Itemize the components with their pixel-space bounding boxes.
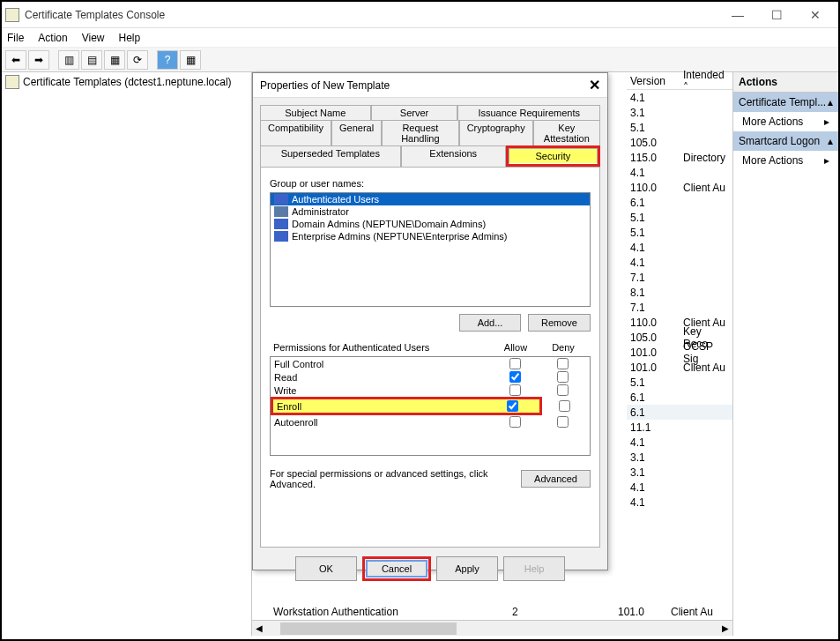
menu-file[interactable]: File bbox=[7, 32, 24, 44]
help-button[interactable]: ? bbox=[157, 50, 178, 70]
forward-button[interactable]: ➡ bbox=[28, 50, 49, 70]
actions-group-templates[interactable]: Certificate Templ...▴ bbox=[733, 93, 838, 112]
table-row[interactable]: 5.1 bbox=[627, 210, 732, 225]
tree-root[interactable]: Certificate Templates (dctest1.neptune.l… bbox=[4, 74, 249, 90]
table-row[interactable]: 6.1 bbox=[627, 390, 732, 405]
more-actions-1[interactable]: More Actions▸ bbox=[733, 112, 838, 131]
table-row[interactable]: 7.1 bbox=[627, 270, 732, 285]
user-list[interactable]: Authenticated Users Administrator Domain… bbox=[270, 192, 591, 307]
table-row[interactable]: 105.0 bbox=[627, 135, 732, 150]
table-row[interactable]: 6.1 bbox=[627, 405, 732, 420]
tab-general[interactable]: General bbox=[331, 120, 382, 145]
tab-request-handling[interactable]: Request Handling bbox=[382, 120, 459, 145]
close-button[interactable]: ✕ bbox=[796, 3, 835, 27]
ok-button[interactable]: OK bbox=[295, 556, 357, 581]
tree-pane: Certificate Templates (dctest1.neptune.l… bbox=[2, 72, 252, 636]
user-enterprise-admins[interactable]: Enterprise Admins (NEPTUNE\Enterprise Ad… bbox=[271, 230, 590, 242]
column-version[interactable]: Version bbox=[627, 75, 680, 87]
allow-enroll[interactable] bbox=[507, 400, 518, 412]
tab-compatibility[interactable]: Compatibility bbox=[260, 120, 331, 145]
row-name[interactable]: Workstation Authentication bbox=[270, 606, 512, 618]
tab-subject-name[interactable]: Subject Name bbox=[260, 105, 371, 120]
deny-autoenroll[interactable] bbox=[557, 416, 569, 428]
table-row[interactable]: 101.0OCSP Sig bbox=[627, 345, 732, 360]
table-row[interactable]: 4.1 bbox=[627, 240, 732, 255]
deny-write[interactable] bbox=[557, 384, 569, 396]
table-row[interactable]: 3.1 bbox=[627, 465, 732, 480]
properties-dialog: Properties of New Template ✕ Subject Nam… bbox=[252, 72, 608, 570]
table-row[interactable]: 4.1 bbox=[627, 165, 732, 180]
table-row[interactable]: 5.1 bbox=[627, 375, 732, 390]
tab-security[interactable]: Security bbox=[509, 148, 598, 164]
deny-enroll[interactable] bbox=[559, 400, 570, 412]
cell-version: 3.1 bbox=[627, 451, 680, 464]
row-num: 2 bbox=[512, 606, 618, 618]
user-authenticated[interactable]: Authenticated Users bbox=[271, 193, 590, 205]
table-row[interactable]: 5.1 bbox=[627, 225, 732, 240]
allow-autoenroll[interactable] bbox=[509, 416, 521, 428]
tab-key-attestation[interactable]: Key Attestation bbox=[533, 120, 600, 145]
help-button[interactable]: Help bbox=[503, 556, 565, 581]
cancel-button[interactable]: Cancel bbox=[366, 560, 427, 578]
table-row[interactable]: 4.1 bbox=[627, 90, 732, 105]
scroll-left-icon[interactable]: ◀ bbox=[252, 623, 266, 633]
cell-version: 5.1 bbox=[627, 212, 680, 224]
menu-view[interactable]: View bbox=[82, 32, 105, 44]
cell-version: 4.1 bbox=[627, 436, 680, 449]
table-row[interactable]: 3.1 bbox=[627, 450, 732, 465]
minimize-button[interactable]: — bbox=[718, 3, 757, 27]
export-button[interactable]: ▦ bbox=[104, 50, 125, 70]
properties-button[interactable]: ▤ bbox=[81, 50, 102, 70]
apply-button[interactable]: Apply bbox=[436, 556, 498, 581]
permissions-table: Full Control Read Write bbox=[270, 356, 591, 456]
add-button[interactable]: Add... bbox=[459, 314, 521, 332]
table-row[interactable]: 4.1 bbox=[627, 495, 732, 510]
horizontal-scrollbar[interactable]: ◀ ▶ bbox=[252, 620, 732, 636]
tab-superseded-templates[interactable]: Superseded Templates bbox=[260, 145, 401, 167]
allow-read[interactable] bbox=[509, 371, 521, 383]
more-actions-2[interactable]: More Actions▸ bbox=[733, 151, 838, 170]
allow-write[interactable] bbox=[509, 384, 521, 396]
deny-read[interactable] bbox=[557, 371, 569, 383]
cell-version: 4.1 bbox=[627, 242, 680, 254]
scroll-thumb[interactable] bbox=[280, 622, 457, 635]
table-row[interactable]: 4.1 bbox=[627, 480, 732, 495]
dialog-close-button[interactable]: ✕ bbox=[589, 77, 600, 93]
tab-cryptography[interactable]: Cryptography bbox=[459, 120, 533, 145]
center-pane: Version Intended ˄ 4.13.15.1105.0115.0Di… bbox=[252, 72, 732, 636]
table-row[interactable]: 115.0Directory bbox=[627, 150, 732, 165]
user-administrator[interactable]: Administrator bbox=[271, 205, 590, 218]
table-row[interactable]: 101.0Client Au bbox=[627, 360, 732, 375]
table-row[interactable]: 5.1 bbox=[627, 120, 732, 135]
menu-action[interactable]: Action bbox=[38, 32, 67, 44]
table-row[interactable]: 110.0Client Au bbox=[627, 180, 732, 195]
advanced-button[interactable]: Advanced bbox=[521, 470, 591, 488]
pane-toggle-button[interactable]: ▦ bbox=[180, 50, 201, 70]
menu-help[interactable]: Help bbox=[119, 32, 141, 44]
table-row[interactable]: 3.1 bbox=[627, 105, 732, 120]
main-content: Certificate Templates (dctest1.neptune.l… bbox=[2, 72, 838, 636]
back-button[interactable]: ⬅ bbox=[5, 50, 26, 70]
remove-button[interactable]: Remove bbox=[528, 314, 591, 332]
chevron-right-icon: ▸ bbox=[824, 154, 829, 167]
user-domain-admins[interactable]: Domain Admins (NEPTUNE\Domain Admins) bbox=[271, 218, 590, 230]
tab-extensions[interactable]: Extensions bbox=[401, 145, 506, 167]
deny-full-control[interactable] bbox=[557, 358, 569, 369]
tab-server[interactable]: Server bbox=[371, 105, 458, 120]
show-hide-tree-button[interactable]: ▥ bbox=[58, 50, 79, 70]
actions-group-smartcard[interactable]: Smartcard Logon▴ bbox=[733, 131, 838, 151]
table-row[interactable]: 6.1 bbox=[627, 195, 732, 210]
table-row[interactable]: 4.1 bbox=[627, 435, 732, 450]
tab-issuance-requirements[interactable]: Issuance Requirements bbox=[457, 105, 600, 120]
scroll-right-icon[interactable]: ▶ bbox=[718, 623, 732, 633]
table-row[interactable]: 8.1 bbox=[627, 285, 732, 300]
allow-full-control[interactable] bbox=[509, 358, 521, 369]
table-row[interactable]: 4.1 bbox=[627, 255, 732, 270]
maximize-button[interactable]: ☐ bbox=[757, 3, 796, 27]
refresh-button[interactable]: ⟳ bbox=[127, 50, 148, 70]
table-row[interactable]: 11.1 bbox=[627, 420, 732, 435]
group-label: Group or user names: bbox=[270, 178, 591, 189]
cell-version: 3.1 bbox=[627, 107, 680, 119]
table-row[interactable]: 7.1 bbox=[627, 300, 732, 315]
menu-bar: File Action View Help bbox=[2, 28, 838, 48]
